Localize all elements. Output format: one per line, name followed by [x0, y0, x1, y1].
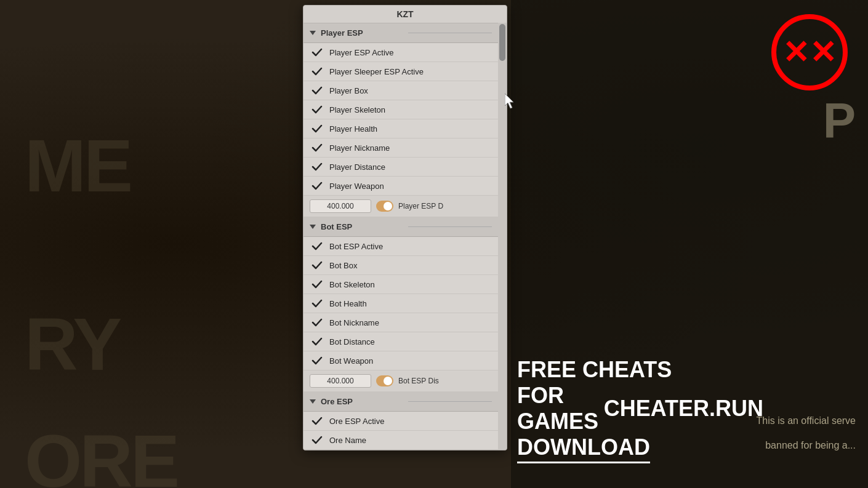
item-bot-box[interactable]: Bot Box — [303, 256, 498, 275]
bot-distance-row: Bot ESP Dis — [303, 370, 498, 392]
check-icon-bot-health — [311, 297, 323, 310]
label-player-weapon: Player Weapon — [329, 182, 384, 191]
section-divider-player-esp — [408, 33, 492, 33]
item-player-nickname[interactable]: Player Nickname — [303, 138, 498, 158]
check-icon-bot-skeleton — [311, 278, 323, 290]
item-player-health[interactable]: Player Health — [303, 119, 498, 138]
item-bot-skeleton[interactable]: Bot Skeleton — [303, 275, 498, 294]
label-bot-weapon: Bot Weapon — [329, 356, 373, 366]
section-header-ore-esp[interactable]: Ore ESP — [303, 392, 498, 412]
check-icon-player-weapon — [311, 180, 323, 192]
player-distance-row: Player ESP D — [303, 196, 498, 217]
check-icon-ore-esp-active — [311, 415, 323, 427]
section-divider-ore-esp — [408, 401, 492, 402]
item-player-weapon[interactable]: Player Weapon — [303, 177, 498, 196]
check-icon-player-sleeper-esp — [311, 65, 323, 78]
item-bot-nickname[interactable]: Bot Nickname — [303, 313, 498, 332]
section-divider-bot-esp — [408, 226, 492, 227]
check-icon-player-nickname — [311, 142, 323, 154]
section-label-player-esp: Player ESP — [321, 28, 404, 38]
label-player-nickname: Player Nickname — [329, 143, 390, 153]
label-player-distance: Player Distance — [329, 162, 385, 172]
label-bot-nickname: Bot Nickname — [329, 318, 379, 327]
watermark-line1: FREE CHEATS — [517, 357, 763, 383]
scrollbar-thumb[interactable] — [499, 24, 505, 61]
right-panel-letter: P — [823, 92, 856, 149]
check-icon-bot-box — [311, 259, 323, 271]
watermark-line3: DOWNLOAD — [517, 434, 650, 463]
label-player-box: Player Box — [329, 86, 368, 95]
banned-text: banned for being a... — [765, 440, 856, 451]
section-header-player-esp[interactable]: Player ESP — [303, 23, 498, 43]
check-icon-player-skeleton — [311, 103, 323, 116]
panel-title: KZT — [303, 6, 507, 23]
circle-logo-svg: ✕✕ — [770, 12, 850, 92]
check-icon-player-box — [311, 84, 323, 97]
arrow-icon-player-esp — [310, 31, 316, 35]
watermark-line2: FOR GAMES CHEATER.RUN — [517, 383, 763, 434]
label-player-esp-active: Player ESP Active — [329, 48, 394, 57]
arrow-icon-ore-esp — [310, 399, 316, 404]
bg-text-ore: ORE — [25, 418, 177, 488]
item-player-esp-active[interactable]: Player ESP Active — [303, 43, 498, 62]
player-esp-distance-label: Player ESP D — [398, 202, 443, 210]
check-icon-bot-weapon — [311, 354, 323, 367]
label-ore-name: Ore Name — [329, 436, 366, 445]
circle-logo: ✕✕ — [770, 12, 850, 92]
item-ore-name[interactable]: Ore Name — [303, 431, 498, 450]
panel-content: Player ESP Player ESP Active Player Slee… — [303, 23, 507, 450]
label-player-sleeper-esp: Player Sleeper ESP Active — [329, 67, 424, 76]
scrollbar-track[interactable] — [498, 23, 507, 450]
item-bot-esp-active[interactable]: Bot ESP Active — [303, 237, 498, 256]
bg-text-me: ME — [25, 123, 131, 208]
arrow-icon-bot-esp — [310, 225, 316, 229]
svg-text:✕✕: ✕✕ — [782, 35, 837, 70]
main-panel: KZT Player ESP Player ESP Active Player … — [303, 5, 507, 450]
bot-esp-distance-label: Bot ESP Dis — [398, 377, 439, 385]
check-icon-player-health — [311, 122, 323, 135]
section-header-bot-esp[interactable]: Bot ESP — [303, 217, 498, 237]
label-bot-health: Bot Health — [329, 299, 367, 308]
bot-esp-toggle[interactable] — [376, 375, 393, 386]
watermark-line2-left: FOR GAMES — [517, 383, 599, 434]
label-bot-skeleton: Bot Skeleton — [329, 280, 375, 289]
check-icon-bot-esp-active — [311, 240, 323, 252]
item-bot-distance[interactable]: Bot Distance — [303, 332, 498, 351]
player-distance-input[interactable] — [310, 199, 371, 213]
mouse-cursor — [505, 94, 517, 111]
item-player-sleeper-esp[interactable]: Player Sleeper ESP Active — [303, 62, 498, 81]
label-bot-distance: Bot Distance — [329, 337, 375, 346]
server-text: This is an official serve — [756, 415, 856, 426]
label-player-skeleton: Player Skeleton — [329, 105, 385, 114]
check-icon-bot-distance — [311, 335, 323, 348]
label-player-health: Player Health — [329, 124, 377, 134]
check-icon-ore-name — [311, 434, 323, 446]
check-icon-player-distance — [311, 161, 323, 173]
bot-distance-input[interactable] — [310, 374, 371, 388]
item-bot-health[interactable]: Bot Health — [303, 294, 498, 313]
section-label-bot-esp: Bot ESP — [321, 222, 404, 231]
item-ore-esp-active[interactable]: Ore ESP Active — [303, 412, 498, 431]
check-icon-player-esp-active — [311, 46, 323, 58]
item-player-box[interactable]: Player Box — [303, 81, 498, 100]
item-player-distance[interactable]: Player Distance — [303, 158, 498, 177]
check-icon-bot-nickname — [311, 316, 323, 329]
item-player-skeleton[interactable]: Player Skeleton — [303, 100, 498, 119]
label-ore-esp-active: Ore ESP Active — [329, 417, 384, 426]
section-label-ore-esp: Ore ESP — [321, 397, 404, 406]
watermark: FREE CHEATS FOR GAMES CHEATER.RUN DOWNLO… — [517, 357, 763, 463]
label-bot-esp-active: Bot ESP Active — [329, 242, 383, 251]
item-bot-weapon[interactable]: Bot Weapon — [303, 351, 498, 370]
label-bot-box: Bot Box — [329, 261, 358, 270]
player-esp-toggle[interactable] — [376, 201, 393, 212]
bg-text-ry: RY — [25, 302, 119, 386]
watermark-line2-right: CHEATER.RUN — [604, 396, 763, 422]
